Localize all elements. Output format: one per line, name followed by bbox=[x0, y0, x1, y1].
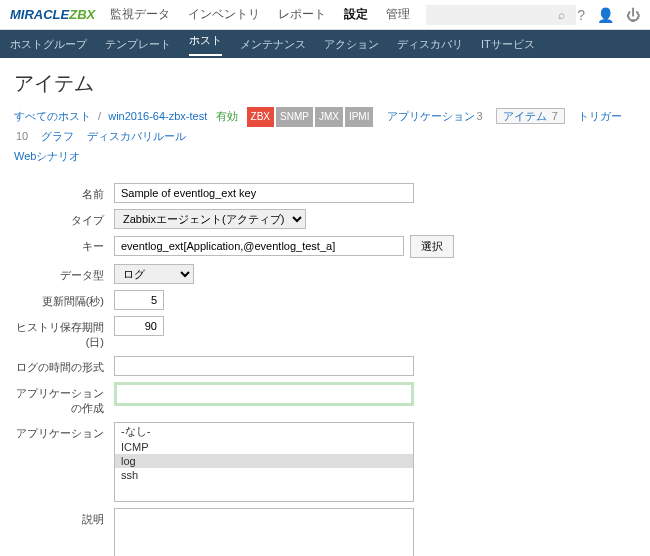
logo-part1: MIRACLE bbox=[10, 7, 69, 22]
topmenu-reports[interactable]: レポート bbox=[278, 6, 326, 23]
subnav-maintenance[interactable]: メンテナンス bbox=[240, 37, 306, 52]
logout-icon[interactable]: ⏻ bbox=[626, 7, 640, 23]
tab-applications[interactable]: アプリケーション bbox=[387, 110, 475, 122]
crumb-host[interactable]: win2016-64-zbx-test bbox=[108, 110, 207, 122]
apps-multiselect[interactable]: -なし- ICMP log ssh bbox=[114, 422, 414, 502]
tab-items: アイテム 7 bbox=[496, 108, 565, 124]
label-newapp: アプリケーションの作成 bbox=[14, 382, 114, 416]
apps-option-log[interactable]: log bbox=[115, 454, 413, 468]
tab-graphs[interactable]: グラフ bbox=[41, 130, 74, 142]
crumb-all-hosts[interactable]: すべてのホスト bbox=[14, 110, 91, 122]
badge-jmx: JMX bbox=[315, 107, 343, 127]
label-datatype: データ型 bbox=[14, 264, 114, 283]
label-apps: アプリケーション bbox=[14, 422, 114, 441]
user-icon[interactable]: 👤 bbox=[597, 7, 614, 23]
subnav-hostgroups[interactable]: ホストグループ bbox=[10, 37, 87, 52]
topmenu-configuration[interactable]: 設定 bbox=[344, 6, 368, 23]
key-select-button[interactable]: 選択 bbox=[410, 235, 454, 258]
label-name: 名前 bbox=[14, 183, 114, 202]
logo: MIRACLE ZBX bbox=[10, 7, 95, 22]
newapp-input[interactable] bbox=[114, 382, 414, 406]
logtime-input[interactable] bbox=[114, 356, 414, 376]
badge-ipmi: IPMI bbox=[345, 107, 374, 127]
subnav-actions[interactable]: アクション bbox=[324, 37, 379, 52]
subnav-discovery[interactable]: ディスカバリ bbox=[397, 37, 463, 52]
label-interval: 更新間隔(秒) bbox=[14, 290, 114, 309]
topmenu-inventory[interactable]: インベントリ bbox=[188, 6, 260, 23]
subnav-templates[interactable]: テンプレート bbox=[105, 37, 171, 52]
subnav-itservices[interactable]: ITサービス bbox=[481, 37, 535, 52]
breadcrumb: すべてのホスト / win2016-64-zbx-test 有効 ZBXSNMP… bbox=[0, 107, 650, 173]
badge-snmp: SNMP bbox=[276, 107, 313, 127]
label-key: キー bbox=[14, 235, 114, 254]
logo-part2: ZBX bbox=[69, 7, 95, 22]
label-logtime: ログの時間の形式 bbox=[14, 356, 114, 375]
label-history: ヒストリ保存期間(日) bbox=[14, 316, 114, 350]
interval-input[interactable] bbox=[114, 290, 164, 310]
apps-option-ssh[interactable]: ssh bbox=[115, 468, 413, 482]
label-desc: 説明 bbox=[14, 508, 114, 527]
tab-web-scenarios[interactable]: Webシナリオ bbox=[14, 150, 80, 162]
label-type: タイプ bbox=[14, 209, 114, 228]
subnav-hosts[interactable]: ホスト bbox=[189, 33, 222, 56]
tab-discovery-rules[interactable]: ディスカバリルール bbox=[87, 130, 186, 142]
datatype-select[interactable]: ログ bbox=[114, 264, 194, 284]
tab-triggers[interactable]: トリガー bbox=[578, 110, 622, 122]
type-select[interactable]: Zabbixエージェント(アクティブ) bbox=[114, 209, 306, 229]
host-status: 有効 bbox=[216, 110, 238, 122]
desc-textarea[interactable] bbox=[114, 508, 414, 556]
search-input[interactable] bbox=[426, 5, 576, 25]
topmenu-administration[interactable]: 管理 bbox=[386, 6, 410, 23]
key-input[interactable] bbox=[114, 236, 404, 256]
search-icon[interactable]: ⌕ bbox=[558, 8, 565, 22]
page-title: アイテム bbox=[0, 58, 650, 107]
help-icon[interactable]: ? bbox=[577, 7, 585, 23]
apps-option-icmp[interactable]: ICMP bbox=[115, 440, 413, 454]
sub-nav: ホストグループ テンプレート ホスト メンテナンス アクション ディスカバリ I… bbox=[0, 30, 650, 58]
topmenu-monitoring[interactable]: 監視データ bbox=[110, 6, 170, 23]
badge-zbx: ZBX bbox=[247, 107, 274, 127]
item-form: 名前 タイプ Zabbixエージェント(アクティブ) キー 選択 データ型 ログ… bbox=[0, 173, 650, 556]
apps-option-none[interactable]: -なし- bbox=[115, 423, 413, 440]
top-menu: 監視データ インベントリ レポート 設定 管理 bbox=[110, 6, 410, 23]
name-input[interactable] bbox=[114, 183, 414, 203]
history-input[interactable] bbox=[114, 316, 164, 336]
